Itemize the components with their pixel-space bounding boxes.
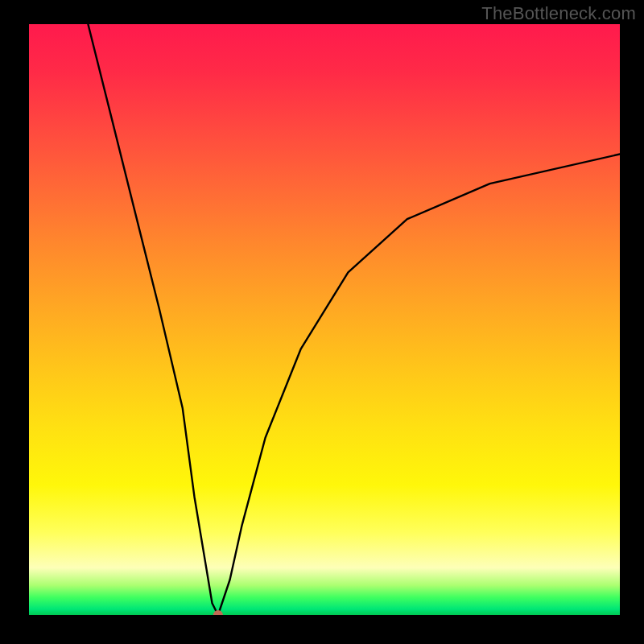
watermark-text: TheBottleneck.com <box>481 3 636 24</box>
plot-area <box>29 24 620 615</box>
curve-path <box>88 24 620 615</box>
vertex-marker <box>213 610 223 615</box>
bottleneck-curve <box>29 24 620 615</box>
chart-frame: TheBottleneck.com <box>0 0 644 644</box>
